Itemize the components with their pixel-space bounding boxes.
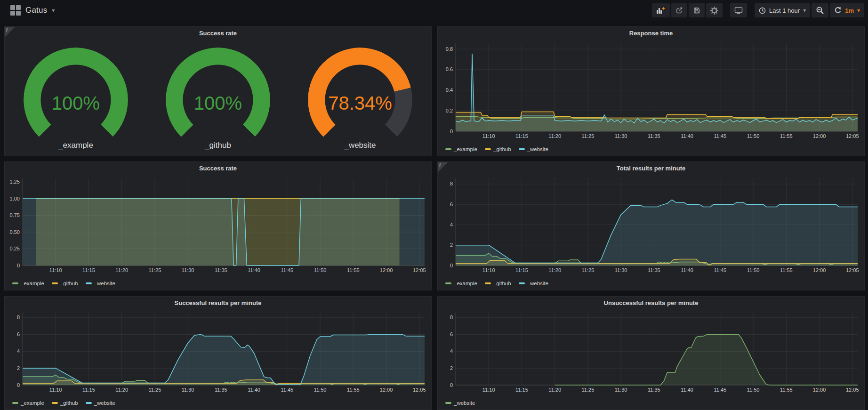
svg-text:11:20: 11:20 bbox=[548, 267, 561, 273]
time-range-label: Last 1 hour bbox=[769, 7, 800, 14]
svg-text:11:20: 11:20 bbox=[115, 387, 128, 393]
legend-item-github[interactable]: _github bbox=[485, 146, 511, 152]
svg-text:0: 0 bbox=[450, 263, 453, 268]
svg-text:11:20: 11:20 bbox=[548, 387, 561, 393]
legend-swatch-icon bbox=[445, 148, 451, 150]
panel-title[interactable]: Response time bbox=[438, 30, 864, 37]
tv-mode-button[interactable] bbox=[730, 3, 747, 17]
chart-canvas: 0246811:1011:1511:2011:2511:3011:3511:40… bbox=[8, 309, 428, 394]
svg-text:0.2: 0.2 bbox=[446, 108, 453, 113]
gauge-github: 100% _github bbox=[147, 38, 289, 156]
svg-text:11:15: 11:15 bbox=[515, 387, 528, 393]
svg-text:6: 6 bbox=[450, 331, 453, 337]
legend-item-github[interactable]: _github bbox=[485, 281, 511, 286]
svg-text:11:50: 11:50 bbox=[747, 387, 760, 393]
svg-text:11:25: 11:25 bbox=[582, 267, 595, 273]
panel-title[interactable]: Success rate bbox=[5, 30, 431, 37]
add-panel-button[interactable] bbox=[652, 3, 670, 17]
svg-text:11:45: 11:45 bbox=[714, 387, 726, 393]
chart-plot-area: 00.250.500.751.001.2511:1011:1511:2011:2… bbox=[8, 174, 428, 274]
svg-text:11:10: 11:10 bbox=[482, 267, 495, 273]
legend-item-website[interactable]: _website bbox=[445, 400, 475, 406]
panel-successful-results: Successful results per minute 0246811:10… bbox=[4, 296, 432, 410]
panel-title[interactable]: Total results per minute bbox=[438, 165, 864, 172]
svg-text:11:30: 11:30 bbox=[615, 387, 627, 393]
svg-text:11:10: 11:10 bbox=[482, 387, 495, 393]
svg-text:12:00: 12:00 bbox=[813, 133, 826, 139]
legend-label: _github bbox=[60, 400, 78, 406]
svg-text:4: 4 bbox=[17, 348, 20, 354]
legend-item-website[interactable]: _website bbox=[519, 281, 548, 286]
save-button[interactable] bbox=[689, 3, 705, 17]
svg-text:0: 0 bbox=[450, 382, 453, 388]
svg-text:2: 2 bbox=[450, 242, 453, 248]
chart-plot-area: 0246811:1011:1511:2011:2511:3011:3511:40… bbox=[441, 174, 861, 274]
svg-text:11:55: 11:55 bbox=[347, 267, 360, 273]
legend-item-github[interactable]: _github bbox=[52, 400, 78, 406]
legend-label: _example bbox=[454, 146, 477, 152]
monitor-icon bbox=[734, 7, 743, 14]
legend-label: _website bbox=[94, 281, 115, 286]
svg-text:11:10: 11:10 bbox=[49, 387, 62, 393]
dashboard-title[interactable]: Gatus bbox=[25, 6, 47, 15]
save-icon bbox=[693, 7, 700, 14]
svg-text:11:45: 11:45 bbox=[714, 133, 726, 139]
svg-text:1.25: 1.25 bbox=[10, 179, 20, 185]
svg-text:12:00: 12:00 bbox=[380, 387, 393, 393]
svg-text:12:00: 12:00 bbox=[813, 387, 826, 393]
share-button[interactable] bbox=[671, 3, 687, 17]
top-navbar: Gatus ▾ bbox=[0, 0, 868, 21]
legend-label: _website bbox=[454, 400, 475, 406]
gauge-website: 78.34% _website bbox=[289, 38, 431, 156]
refresh-button[interactable]: 1m ▾ bbox=[830, 3, 864, 17]
legend-item-example[interactable]: _example bbox=[445, 281, 477, 286]
legend-item-website[interactable]: _website bbox=[86, 281, 115, 286]
legend-label: _example bbox=[454, 281, 477, 286]
share-icon bbox=[675, 7, 683, 14]
svg-text:0.8: 0.8 bbox=[446, 46, 453, 52]
legend-item-example[interactable]: _example bbox=[445, 146, 477, 152]
svg-text:0.6: 0.6 bbox=[446, 66, 453, 72]
gear-icon bbox=[710, 7, 718, 15]
legend-swatch-icon bbox=[12, 282, 18, 284]
panel-unsuccessful-results: Unsuccessful results per minute 0246811:… bbox=[437, 296, 865, 410]
legend-swatch-icon bbox=[485, 148, 491, 150]
legend-label: _example bbox=[21, 281, 44, 286]
svg-text:0: 0 bbox=[17, 263, 20, 268]
settings-button[interactable] bbox=[706, 3, 723, 17]
svg-text:11:30: 11:30 bbox=[615, 133, 627, 139]
svg-text:11:35: 11:35 bbox=[215, 267, 227, 273]
legend-swatch-icon bbox=[12, 402, 18, 404]
svg-text:6: 6 bbox=[17, 331, 20, 337]
legend-label: _website bbox=[527, 146, 548, 152]
chart-legend: _example_github_website bbox=[445, 281, 548, 286]
refresh-icon bbox=[834, 7, 842, 14]
legend-item-example[interactable]: _example bbox=[12, 281, 44, 286]
zoom-out-button[interactable] bbox=[812, 3, 828, 17]
svg-text:11:50: 11:50 bbox=[314, 387, 327, 393]
chart-canvas: 00.250.500.751.001.2511:1011:1511:2011:2… bbox=[8, 174, 428, 274]
panel-title[interactable]: Unsuccessful results per minute bbox=[438, 299, 864, 306]
svg-text:12:00: 12:00 bbox=[380, 267, 393, 273]
panel-title[interactable]: Successful results per minute bbox=[5, 299, 431, 306]
dashboard-caret-icon[interactable]: ▾ bbox=[52, 7, 55, 14]
time-range-caret-icon: ▾ bbox=[803, 7, 806, 14]
gauge-row: 100% _example 100% _github 78.34% _websi… bbox=[5, 38, 431, 156]
svg-text:11:30: 11:30 bbox=[182, 267, 194, 273]
svg-text:11:15: 11:15 bbox=[515, 267, 528, 273]
add-panel-icon bbox=[656, 7, 666, 14]
dashboard-grid-icon[interactable] bbox=[10, 5, 21, 16]
svg-text:0: 0 bbox=[450, 129, 453, 134]
svg-text:11:30: 11:30 bbox=[615, 267, 627, 273]
legend-item-website[interactable]: _website bbox=[519, 146, 548, 152]
time-range-picker[interactable]: Last 1 hour ▾ bbox=[755, 3, 810, 17]
legend-item-website[interactable]: _website bbox=[86, 400, 115, 406]
legend-item-github[interactable]: _github bbox=[52, 281, 78, 286]
legend-item-example[interactable]: _example bbox=[12, 400, 44, 406]
svg-text:2: 2 bbox=[450, 365, 453, 371]
svg-text:11:15: 11:15 bbox=[82, 387, 95, 393]
zoom-out-icon bbox=[816, 6, 824, 15]
svg-text:11:40: 11:40 bbox=[248, 387, 260, 393]
panel-title[interactable]: Success rate bbox=[5, 165, 431, 172]
gauge-value: 100% bbox=[5, 93, 147, 114]
